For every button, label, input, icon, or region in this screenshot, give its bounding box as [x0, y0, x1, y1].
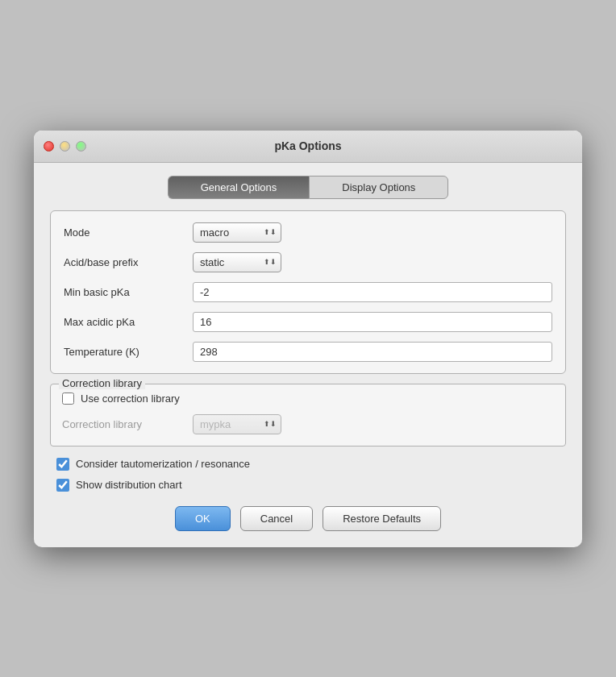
mode-select[interactable]: macro micro	[193, 222, 281, 243]
max-acidic-pka-value	[193, 312, 552, 332]
bottom-options: Consider tautomerization / resonance Sho…	[50, 458, 566, 492]
distribution-chart-row: Show distribution chart	[56, 479, 560, 492]
min-basic-pka-input[interactable]	[193, 282, 552, 302]
button-row: OK Cancel Restore Defaults	[50, 506, 566, 531]
correction-lib-row: Correction library mypka default	[62, 414, 554, 434]
max-acidic-pka-row: Max acidic pKa	[64, 312, 552, 332]
acid-base-row: Acid/base prefix static dynamic	[64, 252, 552, 272]
window-title: pKa Options	[274, 139, 341, 152]
acid-base-select[interactable]: static dynamic	[193, 252, 281, 272]
distribution-chart-label[interactable]: Show distribution chart	[76, 479, 182, 491]
acid-base-label: Acid/base prefix	[64, 256, 193, 268]
tautomerization-checkbox[interactable]	[56, 458, 69, 471]
max-acidic-pka-label: Max acidic pKa	[64, 316, 193, 328]
tab-display[interactable]: Display Options	[309, 176, 448, 199]
temperature-row: Temperature (K)	[64, 342, 552, 362]
window-content: General Options Display Options Mode mac…	[34, 163, 582, 547]
acid-base-value: static dynamic	[193, 252, 552, 272]
acid-base-select-container: static dynamic	[193, 252, 281, 272]
close-button[interactable]	[44, 141, 54, 152]
main-window: pKa Options General Options Display Opti…	[34, 131, 582, 547]
min-basic-pka-label: Min basic pKa	[64, 286, 193, 298]
correction-lib-select-container: mypka default	[193, 414, 281, 434]
ok-button[interactable]: OK	[175, 506, 231, 531]
use-correction-checkbox[interactable]	[62, 392, 74, 405]
correction-library-legend: Correction library	[59, 377, 145, 389]
tautomerization-row: Consider tautomerization / resonance	[56, 458, 560, 471]
max-acidic-pka-input[interactable]	[193, 312, 552, 332]
traffic-lights	[44, 141, 86, 152]
restore-defaults-button[interactable]: Restore Defaults	[323, 506, 441, 531]
maximize-button[interactable]	[76, 141, 86, 152]
distribution-chart-checkbox[interactable]	[56, 479, 69, 492]
temperature-value	[193, 342, 552, 362]
use-correction-label[interactable]: Use correction library	[81, 392, 180, 405]
mode-select-container: macro micro	[193, 222, 281, 243]
tautomerization-label[interactable]: Consider tautomerization / resonance	[76, 458, 250, 470]
correction-library-group: Correction library Use correction librar…	[50, 384, 566, 446]
min-basic-pka-row: Min basic pKa	[64, 282, 552, 302]
use-correction-row: Use correction library	[62, 392, 554, 405]
temperature-input[interactable]	[193, 342, 552, 362]
tab-general[interactable]: General Options	[168, 176, 310, 199]
cancel-button[interactable]: Cancel	[240, 506, 313, 531]
tab-bar: General Options Display Options	[50, 176, 566, 199]
main-fields-panel: Mode macro micro Acid/base prefix	[50, 210, 566, 374]
correction-lib-label: Correction library	[62, 418, 183, 430]
mode-row: Mode macro micro	[64, 222, 552, 243]
mode-value: macro micro	[193, 222, 552, 243]
temperature-label: Temperature (K)	[64, 346, 193, 358]
min-basic-pka-value	[193, 282, 552, 302]
correction-lib-select[interactable]: mypka default	[193, 414, 281, 434]
titlebar: pKa Options	[34, 131, 582, 163]
mode-label: Mode	[64, 226, 193, 239]
minimize-button[interactable]	[60, 141, 70, 152]
